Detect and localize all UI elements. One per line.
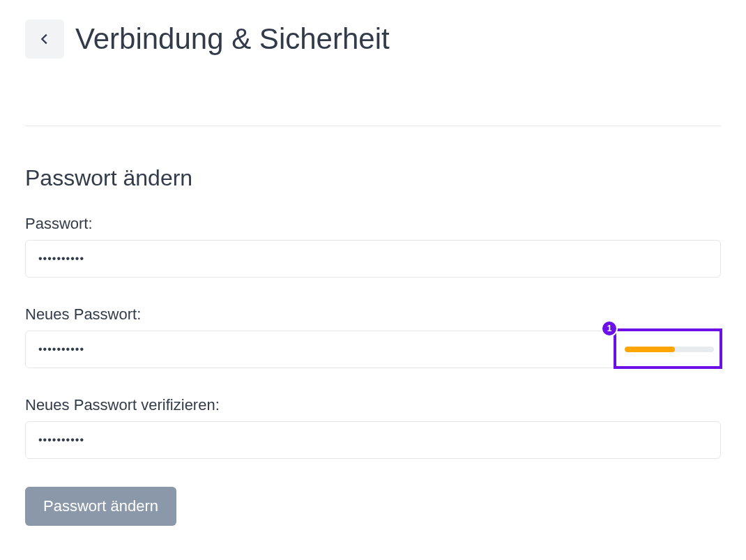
password-strength-fill bbox=[625, 347, 675, 352]
back-button[interactable] bbox=[25, 20, 64, 59]
verify-password-input[interactable] bbox=[25, 421, 721, 459]
current-password-label: Passwort: bbox=[25, 215, 721, 233]
divider bbox=[25, 126, 721, 126]
new-password-wrap: 1 bbox=[25, 331, 721, 368]
change-password-button[interactable]: Passwort ändern bbox=[25, 487, 176, 526]
page-title: Verbindung & Sicherheit bbox=[75, 22, 390, 56]
password-strength-meter bbox=[625, 347, 714, 352]
current-password-input[interactable] bbox=[25, 240, 721, 278]
new-password-label: Neues Passwort: bbox=[25, 305, 721, 324]
verify-password-group: Neues Passwort verifizieren: bbox=[25, 396, 721, 459]
new-password-input[interactable] bbox=[25, 331, 721, 368]
section-title: Passwort ändern bbox=[25, 165, 721, 191]
chevron-left-icon bbox=[37, 31, 52, 47]
verify-password-label: Neues Passwort verifizieren: bbox=[25, 396, 721, 414]
verify-password-wrap bbox=[25, 421, 721, 459]
page-header: Verbindung & Sicherheit bbox=[25, 20, 721, 59]
new-password-group: Neues Passwort: 1 bbox=[25, 305, 721, 368]
current-password-wrap bbox=[25, 240, 721, 278]
current-password-group: Passwort: bbox=[25, 215, 721, 278]
